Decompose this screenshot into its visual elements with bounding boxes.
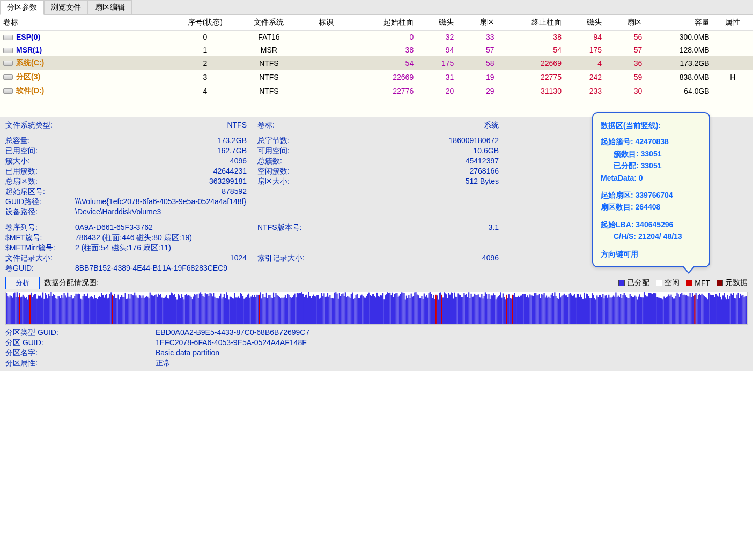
svg-rect-464 <box>552 293 553 324</box>
col-end-sec[interactable]: 扇区 <box>605 15 645 31</box>
svg-rect-241 <box>290 297 291 324</box>
svg-rect-553 <box>656 297 658 324</box>
cell-end-head: 233 <box>565 84 605 98</box>
part-type-guid-value: EBD0A0A2-B9E5-4433-87C0-68B6B72699C7 <box>156 328 585 338</box>
col-fs[interactable]: 文件系统 <box>235 15 302 31</box>
svg-rect-332 <box>396 293 397 324</box>
part-type-guid-label: 分区类型 GUID: <box>5 328 156 338</box>
svg-rect-507 <box>602 294 603 324</box>
svg-rect-594 <box>705 297 706 324</box>
col-end-head[interactable]: 磁头 <box>565 15 605 31</box>
svg-rect-377 <box>449 295 451 324</box>
svg-rect-540 <box>641 297 643 324</box>
svg-rect-469 <box>558 299 559 324</box>
svg-rect-254 <box>305 295 306 324</box>
svg-rect-368 <box>439 293 440 324</box>
svg-rect-136 <box>166 295 167 324</box>
svg-rect-349 <box>417 295 418 324</box>
col-start-head[interactable]: 磁头 <box>417 15 457 31</box>
col-attr[interactable]: 属性 <box>713 15 753 31</box>
cell-end-head: 175 <box>565 43 605 56</box>
svg-rect-173 <box>210 293 211 324</box>
svg-rect-302 <box>361 295 362 324</box>
svg-rect-64 <box>81 299 82 324</box>
tooltip-start-lba: 起始LBA: 340645296 <box>601 219 702 230</box>
cell-capacity: 173.2GB <box>645 56 712 70</box>
analyze-button[interactable]: 分析 <box>5 277 40 289</box>
tooltip-chs: C/H/S: 21204/ 48/13 <box>601 230 702 242</box>
table-row[interactable]: ESP(0)0FAT1603233389456300.0MB <box>0 31 753 44</box>
col-end-cyl[interactable]: 终止柱面 <box>498 15 565 31</box>
svg-rect-171 <box>207 294 208 324</box>
tab-sector-edit[interactable]: 扇区编辑 <box>88 0 132 14</box>
svg-rect-143 <box>174 294 175 324</box>
svg-rect-70 <box>88 298 90 324</box>
table-row[interactable]: MSR(1)1MSR3894575417557128.0MB <box>0 43 753 56</box>
svg-rect-402 <box>479 297 480 324</box>
svg-rect-504 <box>599 295 600 324</box>
svg-rect-192 <box>232 298 233 324</box>
svg-rect-586 <box>695 293 696 324</box>
cell-start-cyl: 54 <box>350 56 417 70</box>
svg-rect-132 <box>161 297 163 324</box>
col-seq[interactable]: 序号(状态) <box>175 15 235 31</box>
col-start-cyl[interactable]: 起始柱面 <box>350 15 417 31</box>
col-start-sec[interactable]: 扇区 <box>457 15 497 31</box>
index-rec-size-value: 4096 <box>327 253 510 263</box>
svg-rect-134 <box>164 298 165 324</box>
svg-rect-478 <box>569 294 570 324</box>
svg-rect-327 <box>390 295 392 324</box>
vol-label: 卷标: <box>257 121 327 130</box>
col-flag[interactable]: 标识 <box>302 15 350 31</box>
col-capacity[interactable]: 容量 <box>645 15 712 31</box>
svg-rect-454 <box>540 298 541 324</box>
svg-rect-85 <box>106 294 107 324</box>
col-volume[interactable]: 卷标 <box>0 15 175 31</box>
part-guid-label: 分区 GUID: <box>5 338 156 348</box>
part-guid-value: 1EFC2078-6FA6-4053-9E5A-0524A4AF148F <box>156 338 585 348</box>
svg-rect-166 <box>201 294 202 324</box>
svg-rect-88 <box>109 294 110 324</box>
svg-rect-141 <box>172 293 173 324</box>
cell-capacity: 838.0MB <box>645 70 712 84</box>
svg-rect-259 <box>311 298 312 324</box>
svg-rect-490 <box>582 299 584 324</box>
device-path-label: 设备路径: <box>5 207 75 217</box>
svg-rect-554 <box>658 297 659 324</box>
svg-rect-544 <box>646 296 647 324</box>
svg-rect-393 <box>468 292 469 324</box>
cell-seq: 1 <box>175 43 235 56</box>
svg-rect-354 <box>423 299 424 324</box>
svg-rect-128 <box>157 297 158 324</box>
table-row[interactable]: 软件(D:)4NTFS227762029311302333064.0GB <box>0 84 753 98</box>
table-row[interactable]: 分区(3)3NTFS2266931192277524259838.0MBH <box>0 70 753 84</box>
svg-rect-275 <box>329 295 330 324</box>
allocation-map[interactable] <box>5 292 748 325</box>
svg-rect-18 <box>27 300 28 324</box>
tab-browse-files[interactable]: 浏览文件 <box>44 0 88 14</box>
disk-icon <box>3 35 13 40</box>
svg-rect-115 <box>141 298 142 324</box>
legend-mft-label: MFT <box>695 279 710 287</box>
svg-rect-627 <box>743 297 744 324</box>
table-row[interactable]: 系统(C:)2NTFS541755822669436173.2GB <box>0 56 753 70</box>
svg-rect-152 <box>184 295 186 324</box>
svg-rect-7 <box>14 293 15 324</box>
svg-rect-535 <box>636 297 637 324</box>
cell-flag <box>302 70 350 84</box>
sector-size-value: 512 Bytes <box>327 177 510 186</box>
svg-rect-575 <box>682 295 683 324</box>
tab-partition-params[interactable]: 分区参数 <box>0 0 44 15</box>
svg-rect-335 <box>400 294 401 324</box>
svg-rect-169 <box>205 293 206 324</box>
svg-rect-474 <box>564 294 565 324</box>
svg-rect-25 <box>35 294 36 324</box>
svg-rect-204 <box>246 297 247 324</box>
cell-start-sec: 58 <box>457 56 497 70</box>
svg-rect-165 <box>200 292 201 324</box>
svg-rect-196 <box>237 298 238 324</box>
svg-rect-367 <box>438 300 439 324</box>
svg-rect-144 <box>175 297 176 324</box>
device-path-value: \Device\HarddiskVolume3 <box>75 207 510 217</box>
svg-rect-567 <box>673 298 674 324</box>
